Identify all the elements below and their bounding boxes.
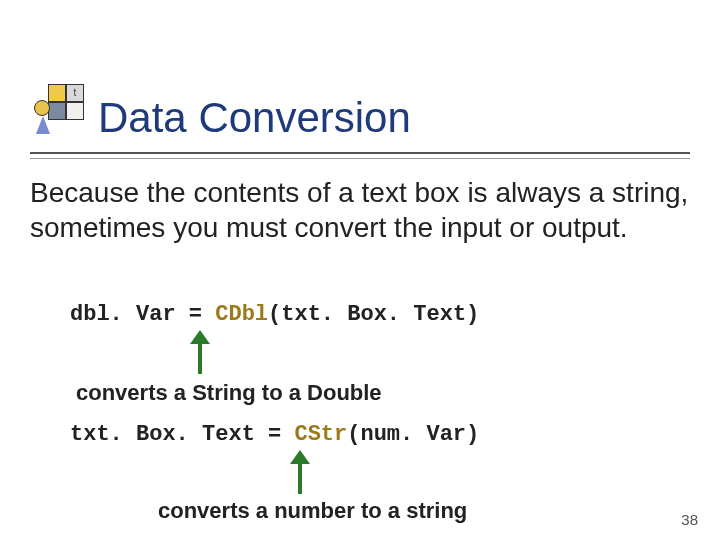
code-text: txt. Box. Text = (70, 422, 294, 447)
annotation-number-to-string: converts a number to a string (158, 498, 467, 524)
page-number: 38 (681, 511, 698, 528)
code-text: dbl. Var = (70, 302, 215, 327)
logo-icon: t (34, 82, 86, 142)
annotation-string-to-double: converts a String to a Double (76, 380, 382, 406)
code-text: (txt. Box. Text) (268, 302, 479, 327)
slide: t Data Conversion Because the contents o… (0, 0, 720, 540)
title-divider-sub (30, 158, 690, 159)
code-keyword-cstr: CStr (294, 422, 347, 447)
code-text: (num. Var) (347, 422, 479, 447)
body-paragraph: Because the contents of a text box is al… (30, 175, 690, 245)
code-line-cstr: txt. Box. Text = CStr(num. Var) (70, 422, 479, 447)
arrow-up-icon (290, 450, 310, 494)
arrow-up-icon (190, 330, 210, 374)
title-divider (30, 152, 690, 154)
page-title: Data Conversion (98, 94, 411, 142)
code-keyword-cdbl: CDbl (215, 302, 268, 327)
code-line-cdbl: dbl. Var = CDbl(txt. Box. Text) (70, 302, 479, 327)
